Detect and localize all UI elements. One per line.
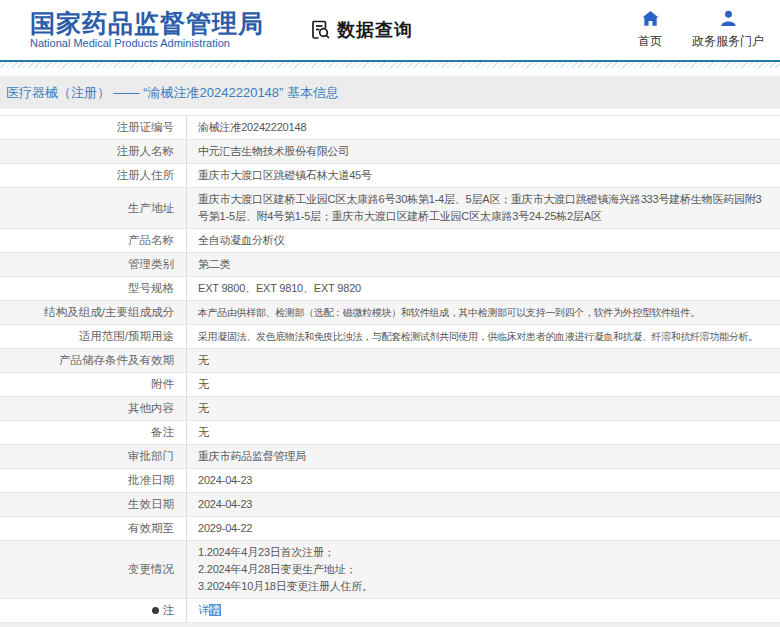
spacer	[0, 68, 780, 76]
row-value: 重庆市大渡口区跳磴镇石林大道45号	[187, 164, 780, 187]
row-value: 1.2024年4月23日首次注册；2.2024年4月28日变更生产地址；3.20…	[187, 541, 780, 598]
row-label: 生产地址	[0, 188, 187, 228]
row-label: 注册证编号	[0, 116, 187, 139]
row-value: 重庆市药品监督管理局	[187, 445, 780, 468]
nav-home[interactable]: 首页	[638, 9, 662, 50]
table-row: 型号规格EXT 9800、EXT 9810、EXT 9820	[0, 277, 780, 301]
row-value: 2024-04-23	[187, 469, 780, 492]
breadcrumb: 医疗器械（注册） —— “渝械注准20242220148” 基本信息	[0, 76, 780, 109]
row-label: 产品储存条件及有效期	[0, 349, 187, 372]
row-label: 其他内容	[0, 397, 187, 420]
nav-gov-portal[interactable]: 政务服务门户	[692, 9, 764, 50]
row-value: 无	[187, 397, 780, 420]
row-label: 审批部门	[0, 445, 187, 468]
logo-subtitle: National Medical Products Administration	[30, 38, 264, 50]
row-value: 2029-04-22	[187, 517, 780, 540]
table-row: 变更情况1.2024年4月23日首次注册；2.2024年4月28日变更生产地址；…	[0, 541, 780, 599]
row-label: 变更情况	[0, 541, 187, 598]
row-value: 无	[187, 421, 780, 444]
section-title: 数据查询	[337, 18, 413, 42]
header-nav: 首页 政务服务门户	[638, 9, 764, 50]
table-row: 注册人名称中元汇吉生物技术股份有限公司	[0, 140, 780, 164]
row-value: 无	[187, 373, 780, 396]
table-row: 备注无	[0, 421, 780, 445]
nav-gov-portal-label: 政务服务门户	[692, 33, 764, 50]
nmpa-logo: 国家药品监督管理局 National Medical Products Admi…	[30, 10, 264, 50]
note-dot-icon	[152, 607, 159, 614]
info-table: 注册证编号渝械注准20242220148注册人名称中元汇吉生物技术股份有限公司注…	[0, 115, 780, 623]
row-label: 结构及组成/主要组成成分	[0, 301, 187, 324]
row-label: 附件	[0, 373, 187, 396]
page-footer-strip	[0, 623, 780, 627]
row-label: 批准日期	[0, 469, 187, 492]
table-row: 其他内容无	[0, 397, 780, 421]
row-value: EXT 9800、EXT 9810、EXT 9820	[187, 277, 780, 300]
table-row: 批准日期2024-04-23	[0, 469, 780, 493]
page-header: 国家药品监督管理局 National Medical Products Admi…	[0, 0, 780, 60]
row-value: 采用凝固法、发色底物法和免疫比浊法，与配套检测试剂共同使用，供临床对患者的血液进…	[187, 325, 780, 348]
row-label: 管理类别	[0, 253, 187, 276]
row-value: 详情	[187, 599, 780, 622]
row-value: 2024-04-23	[187, 493, 780, 516]
table-row: 产品名称全自动凝血分析仪	[0, 229, 780, 253]
table-row: 生效日期2024-04-23	[0, 493, 780, 517]
row-value: 中元汇吉生物技术股份有限公司	[187, 140, 780, 163]
detail-link[interactable]: 详情	[198, 602, 772, 619]
row-value: 全自动凝血分析仪	[187, 229, 780, 252]
row-label: 产品名称	[0, 229, 187, 252]
table-row: 管理类别第二类	[0, 253, 780, 277]
row-value: 重庆市大渡口区建桥工业园C区太康路6号30栋第1-4层、5层A区；重庆市大渡口跳…	[187, 188, 780, 228]
row-label: 备注	[0, 421, 187, 444]
logo-title: 国家药品监督管理局	[30, 10, 264, 36]
row-value: 渝械注准20242220148	[187, 116, 780, 139]
table-row: 注详情	[0, 599, 780, 623]
table-row: 附件无	[0, 373, 780, 397]
row-label: 型号规格	[0, 277, 187, 300]
user-icon	[719, 9, 738, 28]
table-row: 适用范围/预期用途采用凝固法、发色底物法和免疫比浊法，与配套检测试剂共同使用，供…	[0, 325, 780, 349]
breadcrumb-text: 医疗器械（注册） —— “渝械注准20242220148” 基本信息	[6, 84, 339, 102]
row-label: 有效期至	[0, 517, 187, 540]
row-label: 生效日期	[0, 493, 187, 516]
table-row: 审批部门重庆市药品监督管理局	[0, 445, 780, 469]
data-query-icon	[308, 18, 332, 42]
row-label: 注册人名称	[0, 140, 187, 163]
nav-home-label: 首页	[638, 33, 662, 50]
table-row: 产品储存条件及有效期无	[0, 349, 780, 373]
data-query-section: 数据查询	[308, 18, 413, 42]
table-row: 有效期至2029-04-22	[0, 517, 780, 541]
table-row: 注册证编号渝械注准20242220148	[0, 116, 780, 140]
home-icon	[641, 9, 660, 28]
row-value: 本产品由供样部、检测部（选配：磁微粒模块）和软件组成，其中检测部可以支持一到四个…	[187, 301, 780, 324]
row-label: 注	[0, 599, 187, 622]
row-label: 适用范围/预期用途	[0, 325, 187, 348]
row-value: 无	[187, 349, 780, 372]
table-row: 注册人住所重庆市大渡口区跳磴镇石林大道45号	[0, 164, 780, 188]
table-row: 结构及组成/主要组成成分本产品由供样部、检测部（选配：磁微粒模块）和软件组成，其…	[0, 301, 780, 325]
table-row: 生产地址重庆市大渡口区建桥工业园C区太康路6号30栋第1-4层、5层A区；重庆市…	[0, 188, 780, 229]
row-label: 注册人住所	[0, 164, 187, 187]
row-value: 第二类	[187, 253, 780, 276]
